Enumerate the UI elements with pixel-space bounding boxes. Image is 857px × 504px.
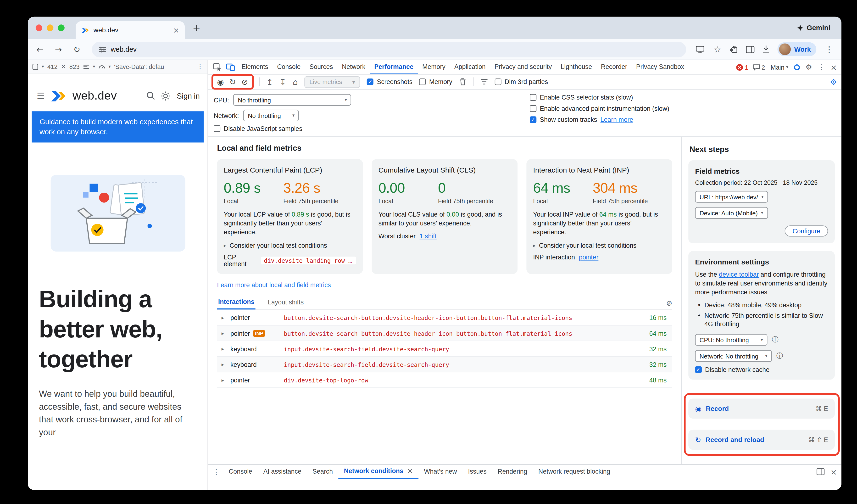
save-profile-icon[interactable]: ↧	[280, 77, 286, 86]
interaction-row[interactable]: ▸ pointer INP button.devsite-search-butt…	[217, 326, 672, 341]
dock-side-icon[interactable]	[817, 468, 825, 475]
tab-recorder[interactable]: Recorder	[596, 60, 632, 74]
checkbox-unchecked[interactable]	[530, 105, 536, 112]
device-toolbar-toggle-icon[interactable]	[224, 61, 237, 73]
network-throttling-select[interactable]: No throttling ▾	[243, 110, 299, 121]
sign-in-link[interactable]: Sign in	[177, 92, 200, 100]
error-count[interactable]: 1	[745, 64, 748, 70]
chevron-down-icon[interactable]: ▾	[93, 64, 95, 69]
address-bar[interactable]: web.dev	[92, 41, 686, 57]
live-metrics-home-icon[interactable]: ⌂	[293, 77, 298, 86]
checkbox-unchecked[interactable]	[530, 94, 536, 101]
expander-icon[interactable]: ▸	[221, 315, 230, 320]
drawer-tab-network-request-blocking[interactable]: Network request blocking	[533, 465, 616, 479]
issue-count[interactable]: 2	[761, 64, 765, 70]
tab-application[interactable]: Application	[450, 60, 490, 74]
learn-field-metrics-link[interactable]: Learn more about local and field metrics	[217, 282, 331, 288]
checkbox-checked[interactable]	[530, 116, 536, 123]
close-window-button[interactable]	[36, 24, 43, 31]
env-cpu-select[interactable]: CPU: No throttling ▾	[695, 334, 767, 346]
tab-sources[interactable]: Sources	[305, 60, 337, 74]
close-drawer-tab-icon[interactable]: ×	[407, 464, 413, 478]
drawer-tab-whats-new[interactable]: What’s new	[418, 465, 463, 479]
reload-page-button[interactable]: ↻	[71, 44, 83, 54]
expander-icon[interactable]: ▸	[221, 346, 230, 352]
field-url-select[interactable]: URL: https://web.dev/ ▾	[695, 191, 768, 203]
history-select[interactable]: Live metrics ▾	[304, 76, 360, 88]
env-network-select[interactable]: Network: No throttling ▾	[695, 350, 772, 362]
throttling-select-icon[interactable]	[99, 64, 105, 69]
tab-interactions[interactable]: Interactions	[217, 299, 255, 310]
drawer-tab-console[interactable]: Console	[223, 465, 258, 479]
inp-interaction-link[interactable]: pointer	[579, 254, 599, 261]
error-badge-icon[interactable]	[736, 64, 743, 70]
search-icon[interactable]	[146, 91, 155, 100]
interaction-row[interactable]: ▸ pointer button.devsite-search-button.d…	[217, 310, 672, 326]
browser-menu-kebab-icon[interactable]: ⋮	[824, 44, 835, 54]
zoom-window-button[interactable]	[58, 24, 65, 31]
third-party-filter-icon[interactable]	[480, 79, 488, 85]
hamburger-menu-icon[interactable]: ☰	[37, 90, 45, 101]
interaction-row[interactable]: ▸ keyboard input.devsite-search-field.de…	[217, 357, 672, 372]
tab-memory[interactable]: Memory	[418, 60, 450, 74]
forward-button[interactable]: →	[53, 44, 64, 54]
paint-instrumentation-checkbox[interactable]: Enable advanced paint instrumentation (s…	[530, 105, 669, 112]
tab-privacy-security[interactable]: Privacy and security	[490, 60, 556, 74]
issues-bubble-icon[interactable]	[753, 64, 760, 70]
webdev-logo-icon[interactable]	[50, 90, 67, 102]
device-height-value[interactable]: 823	[69, 63, 80, 70]
tab-privacy-sandbox[interactable]: Privacy Sandbox	[632, 60, 689, 74]
drawer-tab-ai-assistance[interactable]: AI assistance	[258, 465, 307, 479]
chevron-down-icon[interactable]: ▾	[41, 64, 44, 69]
lcp-element-chip[interactable]: div.devsite-landing-row-ite…	[261, 256, 356, 265]
inp-test-conditions-expander[interactable]: ▸ Consider your local test conditions	[533, 242, 666, 249]
clear-icon[interactable]: ⊘	[241, 77, 248, 86]
record-and-reload-icon[interactable]: ↻	[230, 77, 236, 86]
extensions-icon[interactable]	[730, 45, 739, 53]
interaction-row[interactable]: ▸ pointer div.devsite-top-logo-row 48 ms	[217, 372, 672, 388]
interaction-row[interactable]: ▸ keyboard input.devsite-search-field.de…	[217, 341, 672, 357]
field-device-select[interactable]: Device: Auto (Mobile) ▾	[695, 207, 768, 219]
checkbox-unchecked[interactable]	[214, 125, 220, 132]
expander-icon[interactable]: ▸	[221, 330, 230, 336]
info-icon[interactable]: ⓘ	[772, 335, 778, 345]
drawer-tab-rendering[interactable]: Rendering	[492, 465, 533, 479]
checkbox-checked[interactable]	[367, 79, 373, 85]
capture-settings-gear-icon[interactable]: ⚙	[830, 77, 837, 86]
record-and-reload-button[interactable]: ↻ Record and reload ⌘ ⇧ E	[688, 430, 835, 450]
collect-garbage-icon[interactable]	[459, 78, 466, 86]
gemini-button[interactable]: Gemini	[797, 24, 830, 32]
tab-elements[interactable]: Elements	[237, 60, 273, 74]
checkbox-checked[interactable]	[695, 366, 702, 373]
clear-interactions-icon[interactable]: ⊘	[666, 299, 672, 309]
configure-button[interactable]: Configure	[785, 225, 828, 237]
checkbox-unchecked[interactable]	[494, 79, 501, 85]
device-toolbar-kebab-icon[interactable]: ⋮	[197, 63, 203, 70]
record-icon[interactable]: ◉	[217, 77, 224, 86]
record-button[interactable]: ◉ Record ⌘ E	[688, 399, 835, 419]
chevron-down-icon[interactable]: ▾	[108, 64, 111, 69]
screenshots-checkbox[interactable]: Screenshots	[367, 79, 413, 85]
tab-layout-shifts[interactable]: Layout shifts	[267, 299, 305, 309]
expander-icon[interactable]: ▸	[221, 362, 230, 367]
info-icon[interactable]: ⓘ	[776, 351, 783, 361]
tab-network[interactable]: Network	[337, 60, 370, 74]
profile-chip[interactable]: Work	[777, 43, 816, 56]
checkbox-unchecked[interactable]	[419, 79, 426, 85]
close-drawer-icon[interactable]: ×	[830, 467, 837, 476]
tab-performance[interactable]: Performance	[370, 60, 418, 74]
drawer-tab-network-conditions[interactable]: Network conditions ×	[338, 465, 418, 479]
cls-worst-cluster-link[interactable]: 1 shift	[420, 233, 437, 239]
css-selector-stats-checkbox[interactable]: Enable CSS selector stats (slow)	[530, 94, 669, 101]
bookmark-star-icon[interactable]: ☆	[712, 44, 723, 54]
drawer-tab-issues[interactable]: Issues	[463, 465, 492, 479]
back-button[interactable]: ←	[34, 44, 46, 54]
cast-icon[interactable]	[696, 46, 705, 53]
devtools-settings-gear-icon[interactable]: ⚙	[806, 63, 812, 71]
tab-console[interactable]: Console	[273, 60, 305, 74]
expander-icon[interactable]: ▸	[221, 377, 230, 383]
new-tab-button[interactable]: +	[192, 22, 201, 34]
drawer-kebab-icon[interactable]: ⋮	[213, 468, 220, 476]
tab-lighthouse[interactable]: Lighthouse	[556, 60, 596, 74]
load-profile-icon[interactable]: ↥	[266, 77, 273, 86]
